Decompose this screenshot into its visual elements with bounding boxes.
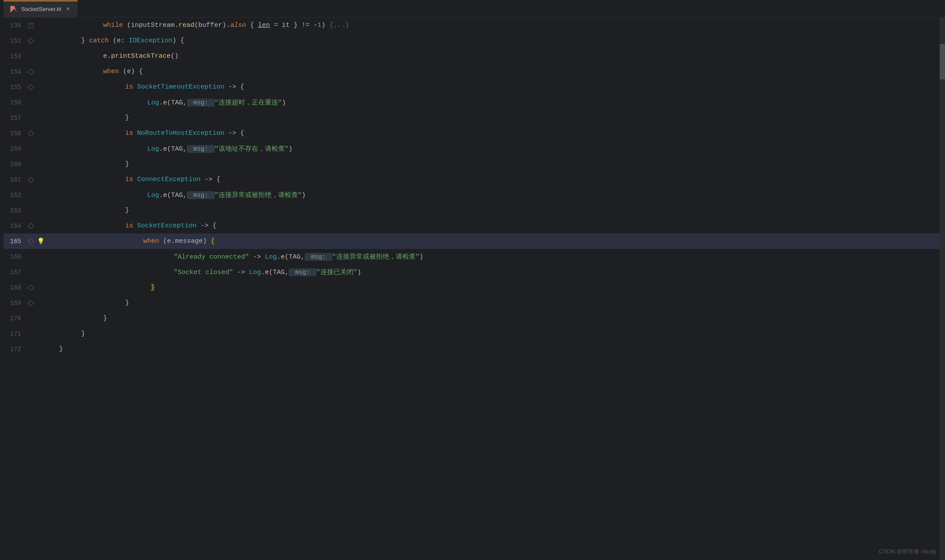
gutter-icon [25, 224, 37, 228]
table-row: 153 e.printStackTrace() [4, 48, 945, 64]
gutter-icon: + [25, 23, 37, 28]
code-text: when (e.message) { [46, 237, 215, 245]
line-number: 138 [4, 22, 25, 29]
gutter-icon [25, 301, 37, 305]
line-number: 166 [4, 253, 25, 260]
table-row: 158 is NoRouteToHostException -> { [4, 126, 945, 141]
gutter-icon [25, 178, 37, 182]
line-number: 153 [4, 53, 25, 60]
code-text: } [37, 284, 155, 291]
code-text: } [37, 207, 129, 214]
table-row: 167 "Socket closed" -> Log.e(TAG, msg: "… [4, 264, 945, 280]
table-row: 161 is ConnectException -> { [4, 172, 945, 187]
gutter-icon [25, 239, 37, 244]
file-tab[interactable]: SocketServer.kt × [4, 0, 78, 17]
table-row: 166 "Already connected" -> Log.e(TAG, ms… [4, 249, 945, 264]
code-text: is ConnectException -> { [37, 176, 220, 183]
code-text: Log.e(TAG, msg: "连接异常或被拒绝，请检查") [37, 191, 306, 199]
code-text: Log.e(TAG, msg: "该地址不存在，请检查") [37, 145, 293, 153]
line-number: 154 [4, 68, 25, 75]
tab-bar: SocketServer.kt × [0, 0, 945, 18]
tab-title: SocketServer.kt [21, 6, 61, 12]
table-row: 155 is SocketTimeoutException -> { [4, 79, 945, 95]
line-number: 172 [4, 346, 25, 353]
code-text: } [37, 315, 107, 322]
code-text: is SocketTimeoutException -> { [37, 83, 244, 91]
table-row: 159 Log.e(TAG, msg: "该地址不存在，请检查") [4, 141, 945, 156]
code-text: Log.e(TAG, msg: "连接超时，正在重连") [37, 98, 286, 107]
line-number: 168 [4, 284, 25, 291]
editor-area: 138 + while (inputStream.read(buffer).al… [0, 18, 945, 560]
code-text: when (e) { [37, 68, 143, 75]
line-number: 161 [4, 176, 25, 183]
bulb-icon[interactable]: 💡 [37, 237, 45, 245]
tab-close-button[interactable]: × [65, 5, 71, 13]
line-number: 170 [4, 315, 25, 322]
line-number: 167 [4, 269, 25, 276]
gutter-icon [25, 286, 37, 290]
code-text: is SocketException -> { [37, 222, 216, 230]
kotlin-icon [10, 5, 18, 13]
line-number: 163 [4, 207, 25, 214]
line-number: 164 [4, 223, 25, 230]
table-row: 156 Log.e(TAG, msg: "连接超时，正在重连") [4, 95, 945, 110]
code-text: } [37, 160, 129, 168]
code-text: while (inputStream.read(buffer).also { l… [37, 22, 349, 29]
table-row: 172 } [4, 341, 945, 357]
gutter-icon [25, 131, 37, 136]
line-number: 160 [4, 161, 25, 168]
table-row: 157 } [4, 110, 945, 126]
table-row: 169 } [4, 295, 945, 311]
line-number: 169 [4, 300, 25, 307]
table-row: 165 💡 when (e.message) { [4, 234, 945, 249]
code-text: } [37, 330, 85, 337]
line-number: 165 [4, 238, 25, 245]
table-row: 168 } [4, 280, 945, 295]
line-number: 158 [4, 130, 25, 137]
gutter-icon [25, 39, 37, 43]
table-row: 163 } [4, 203, 945, 218]
line-number: 155 [4, 84, 25, 91]
code-text: "Already connected" -> Log.e(TAG, msg: "… [37, 252, 424, 261]
table-row: 162 Log.e(TAG, msg: "连接异常或被拒绝，请检查") [4, 187, 945, 203]
code-text: } [37, 345, 63, 353]
scrollbar-track[interactable] [940, 18, 945, 560]
gutter-icon [25, 70, 37, 74]
line-number: 156 [4, 99, 25, 106]
table-row: 152 } catch (e: IOException) { [4, 33, 945, 48]
code-text: "Socket closed" -> Log.e(TAG, msg: "连接已关… [37, 268, 361, 276]
gutter-icon [25, 85, 37, 89]
line-number: 157 [4, 115, 25, 122]
table-row: 171 } [4, 326, 945, 341]
code-text: is NoRouteToHostException -> { [37, 130, 244, 137]
table-row: 154 when (e) { [4, 64, 945, 79]
code-text: } [37, 114, 129, 122]
code-content[interactable]: 138 + while (inputStream.read(buffer).al… [0, 18, 945, 560]
code-text: } [37, 299, 129, 307]
watermark: CSDN @初学者-Study [879, 548, 936, 556]
line-number: 171 [4, 330, 25, 337]
code-text: e.printStackTrace() [37, 52, 179, 60]
line-number: 152 [4, 37, 25, 45]
code-text: } catch (e: IOException) { [37, 37, 184, 45]
scrollbar-thumb[interactable] [940, 44, 945, 79]
table-row: 160 } [4, 156, 945, 172]
table-row: 164 is SocketException -> { [4, 218, 945, 234]
table-row: 138 + while (inputStream.read(buffer).al… [4, 18, 945, 33]
line-number: 162 [4, 192, 25, 199]
line-number: 159 [4, 145, 25, 152]
table-row: 170 } [4, 311, 945, 326]
